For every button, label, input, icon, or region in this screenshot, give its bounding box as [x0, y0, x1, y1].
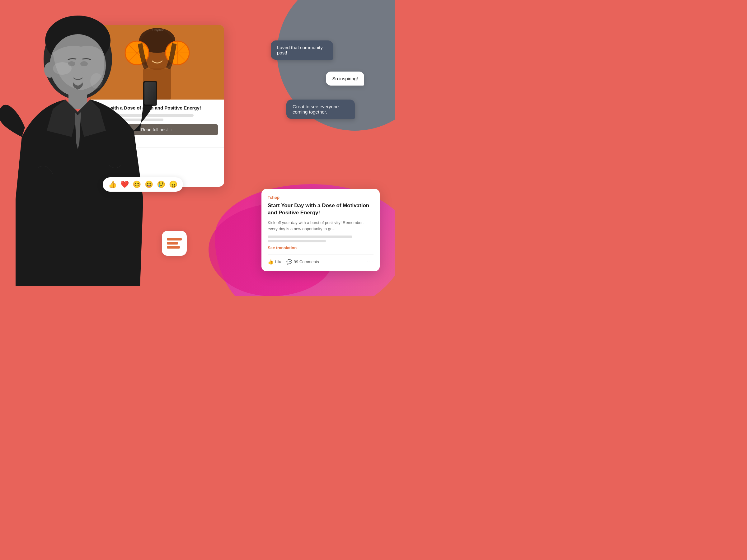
card-bars [268, 236, 374, 242]
chat-bubble-1: Loved that community post! [271, 41, 333, 60]
comments-count: 99 Comments [294, 260, 319, 264]
reaction-sad[interactable]: 😢 [157, 181, 165, 189]
chat-bubble-2: So inspiring! [326, 72, 364, 85]
comment-icon: 💬 [286, 259, 292, 265]
app-logo [162, 231, 187, 256]
person-silhouette [0, 12, 171, 286]
reaction-angry[interactable]: 😠 [169, 181, 177, 189]
reaction-grin[interactable]: 😆 [145, 181, 153, 189]
more-options-button[interactable]: ··· [367, 259, 374, 265]
comment-button[interactable]: 💬 99 Comments [286, 259, 319, 265]
front-post-card: Tchop Start Your Day with a Dose of Moti… [261, 189, 380, 271]
svg-point-9 [80, 61, 88, 66]
logo-line-3 [167, 246, 180, 248]
card-excerpt: Kick off your day with a burst of positi… [268, 220, 374, 232]
reaction-heart[interactable]: ❤️ [121, 181, 129, 189]
logo-line-2 [167, 242, 178, 244]
reaction-bubble: 👍 ❤️ 😊 😆 😢 😠 [103, 177, 183, 192]
chat-bubble-3: Great to see everyone coming together. [286, 100, 355, 119]
svg-rect-7 [145, 82, 156, 105]
see-translation-link[interactable]: See translation [268, 245, 374, 250]
like-label: Like [275, 260, 283, 264]
card-title: Start Your Day with a Dose of Motivation… [268, 202, 374, 216]
reaction-smile[interactable]: 😊 [133, 181, 141, 189]
front-bar-1 [268, 236, 352, 238]
reaction-thumbsup[interactable]: 👍 [108, 181, 117, 189]
logo-lines [165, 236, 184, 250]
like-icon: 👍 [268, 259, 274, 265]
svg-point-11 [90, 73, 103, 89]
card-actions: 👍 Like 💬 99 Comments ··· [268, 255, 374, 265]
svg-point-10 [53, 62, 72, 75]
logo-line-1 [167, 238, 182, 240]
brand-name: Tchop [268, 195, 374, 200]
front-bar-2 [268, 240, 326, 242]
like-button[interactable]: 👍 Like [268, 259, 283, 265]
